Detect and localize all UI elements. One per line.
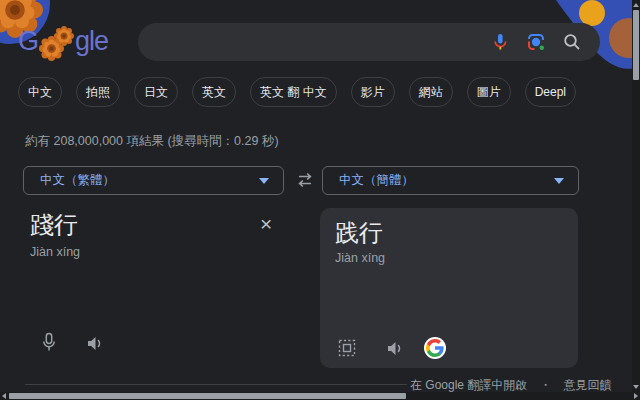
search-input[interactable] — [138, 23, 600, 61]
google-logo[interactable]: G gle — [18, 22, 108, 60]
source-language-label: 中文（繁體） — [24, 172, 259, 189]
speaker-icon[interactable] — [86, 335, 105, 352]
tab-photo[interactable]: 拍照 — [76, 77, 120, 107]
tab-english-to-chinese[interactable]: 英文 翻 中文 — [250, 77, 337, 107]
tab-images[interactable]: 圖片 — [467, 77, 511, 107]
target-language-label: 中文（簡體） — [323, 172, 554, 189]
tab-japanese[interactable]: 日文 — [134, 77, 178, 107]
chevron-down-icon — [259, 178, 269, 184]
google-lens-icon[interactable] — [526, 32, 546, 52]
search-icon[interactable] — [562, 32, 582, 52]
arrow-up-icon[interactable] — [633, 3, 639, 7]
speaker-icon[interactable] — [386, 340, 405, 357]
mic-icon[interactable] — [490, 32, 510, 52]
clear-source-button[interactable]: × — [260, 213, 272, 234]
arrow-down-icon[interactable] — [633, 385, 639, 389]
arrow-left-icon[interactable] — [2, 393, 6, 399]
tab-english[interactable]: 英文 — [192, 77, 236, 107]
arrow-right-icon[interactable] — [634, 393, 638, 399]
horizontal-scrollbar-thumb[interactable] — [9, 393, 406, 399]
tab-websites[interactable]: 網站 — [409, 77, 453, 107]
marigold-o-icon — [54, 26, 74, 46]
chevron-down-icon — [554, 178, 564, 184]
source-language-select[interactable]: 中文（繁體） — [23, 166, 284, 195]
search-filter-tabs: 中文 拍照 日文 英文 英文 翻 中文 影片 網站 圖片 Deepl — [18, 77, 576, 107]
translation-result-card: 践行 Jiàn xíng — [320, 208, 578, 368]
footer-divider — [25, 384, 407, 385]
select-all-icon[interactable] — [338, 339, 356, 357]
horizontal-scrollbar[interactable] — [0, 392, 640, 400]
google-g-icon[interactable] — [424, 337, 446, 359]
logo-text-g: G — [18, 26, 38, 57]
tab-chinese[interactable]: 中文 — [18, 77, 62, 107]
target-language-select[interactable]: 中文（簡體） — [322, 166, 579, 195]
translated-pinyin: Jiàn xíng — [335, 251, 385, 265]
swap-languages-icon[interactable] — [295, 170, 315, 190]
result-stats: 約有 208,000,000 項結果 (搜尋時間：0.29 秒) — [25, 133, 279, 150]
tab-deepl[interactable]: Deepl — [525, 77, 576, 107]
mic-icon[interactable] — [41, 332, 57, 354]
tab-videos[interactable]: 影片 — [351, 77, 395, 107]
vertical-scrollbar-thumb[interactable] — [633, 10, 639, 80]
translated-text: 践行 — [335, 217, 383, 249]
source-text-input[interactable]: 踐行 — [30, 209, 78, 241]
logo-text-gle: gle — [75, 26, 108, 57]
vertical-scrollbar[interactable] — [632, 0, 640, 392]
source-pinyin: Jiàn xíng — [30, 245, 80, 259]
